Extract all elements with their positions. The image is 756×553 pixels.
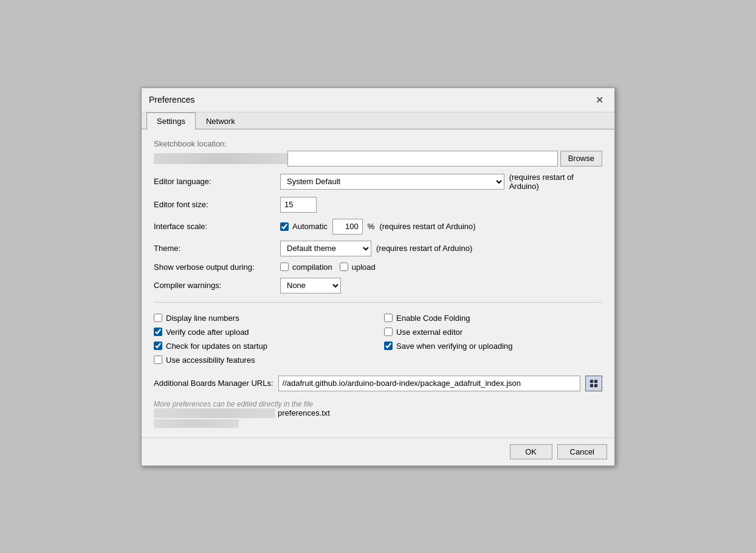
use-external-editor-checkbox[interactable] [384,328,393,336]
verbose-row: Show verbose output during: compilation … [154,263,602,272]
verbose-upload-text: upload [352,263,376,272]
dialog-footer: OK Cancel [142,438,614,465]
scale-restart-note: (requires restart of Arduino) [379,222,475,231]
prefs-path-blurred [154,408,275,418]
verify-code-label: Verify code after upload [166,328,249,337]
additional-boards-label: Additional Boards Manager URLs: [154,379,273,388]
ok-button[interactable]: OK [510,444,552,459]
check-updates-label: Check for updates on startup [166,342,267,351]
scale-group: Automatic 100 % (requires restart of Ard… [280,219,476,235]
sketchbook-path-input[interactable] [287,151,558,167]
dialog-title: Preferences [149,95,194,105]
verbose-upload-checkbox[interactable] [340,263,348,271]
more-prefs-section: More preferences can be edited directly … [154,397,602,428]
preferences-dialog: Preferences ✕ Settings Network Sketchboo… [141,88,615,466]
boards-url-input[interactable]: //adafruit.github.io/arduino-board-index… [278,376,580,391]
additional-boards-row: Additional Boards Manager URLs: //adafru… [154,376,602,391]
sketchbook-label: Sketchbook location: [154,139,602,148]
check-updates-checkbox[interactable] [154,342,162,350]
svg-rect-2 [590,383,593,386]
svg-rect-3 [594,383,597,386]
editor-language-select[interactable]: System Default English Español Français [280,174,504,190]
grid-icon [589,379,598,388]
enable-code-folding-label: Enable Code Folding [396,314,470,323]
prefs-file-row: preferences.txt [154,408,602,418]
prefs-note-blurred [154,419,239,428]
prefs-note-row [154,419,602,428]
use-external-editor-label: Use external editor [396,328,462,337]
divider [154,302,602,303]
display-line-numbers-label: Display line numbers [166,314,239,323]
editor-language-label: Editor language: [154,177,275,186]
theme-label: Theme: [154,244,275,253]
verbose-compilation-label[interactable]: compilation [280,263,332,272]
verbose-upload-label[interactable]: upload [340,263,376,272]
prefs-file-suffix: preferences.txt [278,408,330,417]
auto-scale-checkbox-label[interactable]: Automatic [280,222,328,231]
language-restart-note: (requires restart of Arduino) [509,173,602,191]
theme-restart-note: (requires restart of Arduino) [376,244,472,253]
boards-manager-button[interactable] [585,376,602,391]
verify-code-row[interactable]: Verify code after upload [154,328,372,337]
compiler-warnings-label: Compiler warnings: [154,281,275,290]
path-bar: Browse [154,151,602,167]
verify-code-checkbox[interactable] [154,328,162,336]
auto-scale-checkbox[interactable] [280,222,289,231]
tab-settings[interactable]: Settings [146,112,196,129]
checkboxes-grid: Display line numbers Enable Code Folding… [154,314,602,365]
check-updates-row[interactable]: Check for updates on startup [154,342,372,351]
svg-rect-0 [590,379,593,382]
enable-code-folding-checkbox[interactable] [384,314,393,322]
verbose-group: compilation upload [280,263,376,272]
editor-language-row: Editor language: System Default English … [154,173,602,191]
use-accessibility-label: Use accessibility features [166,355,255,365]
browse-button[interactable]: Browse [560,151,602,167]
sketchbook-path-blurred [154,153,287,164]
settings-content: Sketchbook location: Browse Editor langu… [142,129,614,438]
tabs-bar: Settings Network [142,112,614,129]
interface-scale-label: Interface scale: [154,222,275,231]
theme-row: Theme: Default theme Dark theme (require… [154,241,602,256]
close-button[interactable]: ✕ [592,93,607,107]
theme-select[interactable]: Default theme Dark theme [280,241,371,256]
use-external-editor-row[interactable]: Use external editor [384,328,602,337]
scale-value-input[interactable]: 100 [332,219,363,235]
compiler-warnings-select[interactable]: None Default More All [280,278,341,294]
verbose-compilation-text: compilation [292,263,332,272]
save-when-verifying-label: Save when verifying or uploading [396,342,513,351]
save-when-verifying-row[interactable]: Save when verifying or uploading [384,342,602,351]
auto-scale-label: Automatic [292,222,328,231]
display-line-numbers-row[interactable]: Display line numbers [154,314,372,323]
interface-scale-row: Interface scale: Automatic 100 % (requir… [154,219,602,235]
editor-font-size-input[interactable]: 15 [280,197,317,213]
sketchbook-section: Sketchbook location: Browse [154,139,602,167]
title-bar: Preferences ✕ [142,88,614,112]
editor-font-size-row: Editor font size: 15 [154,197,602,213]
cancel-button[interactable]: Cancel [557,444,607,459]
display-line-numbers-checkbox[interactable] [154,314,162,322]
compiler-warnings-row: Compiler warnings: None Default More All [154,278,602,294]
enable-code-folding-row[interactable]: Enable Code Folding [384,314,602,323]
verbose-compilation-checkbox[interactable] [280,263,289,271]
tab-network[interactable]: Network [196,112,246,129]
svg-rect-1 [594,379,597,382]
use-accessibility-row[interactable]: Use accessibility features [154,355,372,365]
use-accessibility-checkbox[interactable] [154,355,162,364]
more-prefs-text: More preferences can be edited directly … [154,400,602,408]
save-when-verifying-checkbox[interactable] [384,342,393,350]
scale-unit: % [368,222,375,231]
editor-font-size-label: Editor font size: [154,200,275,209]
verbose-label: Show verbose output during: [154,263,275,272]
